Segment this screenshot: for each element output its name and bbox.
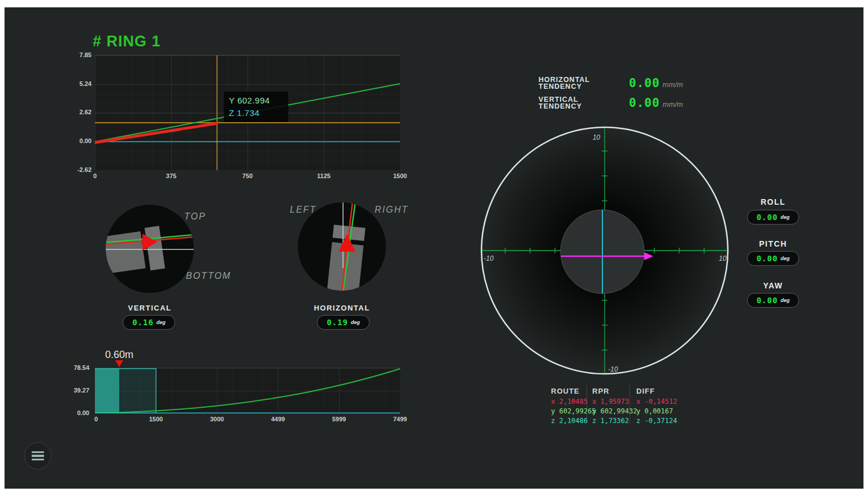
rpr-x: x 1,95973 bbox=[592, 397, 637, 407]
distance-xtick: 5999 bbox=[322, 416, 356, 422]
distance-chart[interactable] bbox=[95, 368, 400, 413]
diff-values: x -0,14512 y 0,00167 z -0,37124 bbox=[636, 397, 677, 426]
profile-xtick: 750 bbox=[231, 172, 264, 179]
rpr-y: y 602,99432 bbox=[592, 407, 637, 416]
axis-label-top: 10 bbox=[593, 133, 601, 141]
pitch-unit: deg bbox=[780, 256, 789, 261]
yaw-unit: deg bbox=[780, 297, 789, 303]
machine-line-red bbox=[95, 123, 218, 143]
orientation-label-top: TOP bbox=[184, 212, 206, 222]
axis-label-right: 10 bbox=[719, 255, 727, 262]
horizontal-angle-unit: deg bbox=[351, 320, 360, 325]
vertical-angle-readout: 0.16 deg bbox=[123, 315, 175, 330]
yaw-value: 0.00 bbox=[757, 296, 778, 305]
label-line: TENDENCY bbox=[539, 84, 590, 90]
roll-label: ROLL bbox=[747, 197, 799, 206]
distance-xtick: 1500 bbox=[139, 416, 173, 422]
route-header: ROUTE bbox=[551, 387, 580, 395]
orientation-label-left: LEFT bbox=[290, 205, 316, 215]
target-position-gauge: 10 -10 -10 10 bbox=[480, 126, 729, 375]
vertical-tendency-unit: mm/m bbox=[663, 100, 683, 109]
profile-ytick: 7.85 bbox=[64, 51, 92, 58]
chainage-marker-icon bbox=[115, 360, 123, 367]
diff-y: y 0,00167 bbox=[636, 407, 677, 416]
distance-xtick: 0 bbox=[79, 416, 113, 422]
current-zone-bright bbox=[95, 368, 119, 413]
horizontal-tendency-label: HORIZONTAL TENDENCY bbox=[539, 77, 590, 90]
distance-xtick: 4499 bbox=[261, 416, 295, 422]
menu-button[interactable] bbox=[24, 442, 51, 469]
route-x: x 2,10485 bbox=[551, 397, 596, 407]
vertical-attitude-gauge bbox=[105, 204, 195, 294]
profile-xtick: 1125 bbox=[307, 172, 341, 179]
vertical-tendency-label: VERTICAL TENDENCY bbox=[539, 97, 582, 110]
roll-unit: deg bbox=[780, 214, 789, 220]
vertical-angle-value: 0.16 bbox=[132, 318, 154, 327]
profile-xtick: 375 bbox=[154, 172, 188, 179]
dashboard-panel: # RING 1 7.85 5.24 2.62 0.00 -2.62 Y 602… bbox=[5, 7, 863, 489]
rpr-values: x 1,95973 y 602,99432 z 1,73362 bbox=[592, 397, 637, 426]
diff-x: x -0,14512 bbox=[636, 397, 677, 407]
diff-header: DIFF bbox=[636, 387, 655, 395]
label-line: TENDENCY bbox=[539, 103, 582, 110]
orientation-label-right: RIGHT bbox=[375, 205, 409, 215]
distance-ytick: 78.54 bbox=[62, 364, 89, 371]
route-y: y 602,99265 bbox=[551, 407, 596, 416]
profile-ytick: 2.62 bbox=[64, 109, 92, 115]
yaw-label: YAW bbox=[747, 281, 799, 290]
page-title: # RING 1 bbox=[93, 33, 161, 50]
profile-ytick: 5.24 bbox=[64, 80, 92, 87]
yaw-readout: 0.00 deg bbox=[747, 293, 799, 308]
tooltip-y-value: Y 602.994 bbox=[229, 96, 283, 105]
horizontal-angle-value: 0.19 bbox=[327, 318, 348, 327]
hamburger-icon bbox=[32, 455, 44, 457]
distance-ytick: 39.27 bbox=[62, 387, 89, 394]
vertical-angle-unit: deg bbox=[157, 320, 166, 325]
horizontal-tendency-unit: mm/m bbox=[663, 80, 683, 89]
chart-tooltip: Y 602.994 Z 1.734 bbox=[224, 92, 288, 122]
orientation-label-bottom: BOTTOM bbox=[186, 271, 231, 281]
distance-chart-plot bbox=[95, 368, 400, 413]
vertical-tendency-readout: 0.00 mm/m bbox=[629, 96, 683, 110]
tooltip-z-value: Z 1.734 bbox=[229, 108, 283, 118]
hamburger-icon bbox=[32, 451, 44, 454]
horizontal-gauge-title: HORIZONTAL bbox=[297, 304, 387, 312]
roll-value: 0.00 bbox=[757, 213, 778, 222]
profile-ytick: 0.00 bbox=[64, 137, 92, 144]
pitch-label: PITCH bbox=[747, 239, 799, 248]
vertical-gauge-title: VERTICAL bbox=[105, 304, 195, 312]
route-values: x 2,10485 y 602,99265 z 2,10486 bbox=[551, 397, 596, 426]
roll-readout: 0.00 deg bbox=[747, 210, 799, 225]
axis-label-left: -10 bbox=[484, 255, 494, 262]
rpr-z: z 1,73362 bbox=[592, 416, 637, 426]
route-z: z 2,10486 bbox=[551, 416, 596, 426]
horizontal-angle-readout: 0.19 deg bbox=[317, 315, 370, 330]
hamburger-icon bbox=[32, 459, 44, 461]
profile-xtick: 1500 bbox=[383, 172, 417, 179]
profile-xtick: 0 bbox=[78, 172, 112, 179]
chainage-marker-label: 0.60m bbox=[105, 349, 133, 361]
pitch-readout: 0.00 deg bbox=[747, 251, 799, 266]
axis-label-bottom: -10 bbox=[608, 365, 618, 373]
diff-z: z -0,37124 bbox=[636, 416, 677, 426]
vertical-tendency-value: 0.00 bbox=[629, 96, 660, 110]
ring-zone-dim bbox=[119, 368, 156, 413]
rpr-header: RPR bbox=[592, 387, 609, 395]
horizontal-tendency-readout: 0.00 mm/m bbox=[629, 76, 683, 90]
distance-xtick: 7499 bbox=[383, 416, 417, 422]
distance-xtick: 3000 bbox=[200, 416, 234, 422]
horizontal-attitude-gauge bbox=[297, 201, 387, 292]
pitch-value: 0.00 bbox=[757, 254, 778, 263]
horizontal-tendency-value: 0.00 bbox=[629, 76, 660, 90]
